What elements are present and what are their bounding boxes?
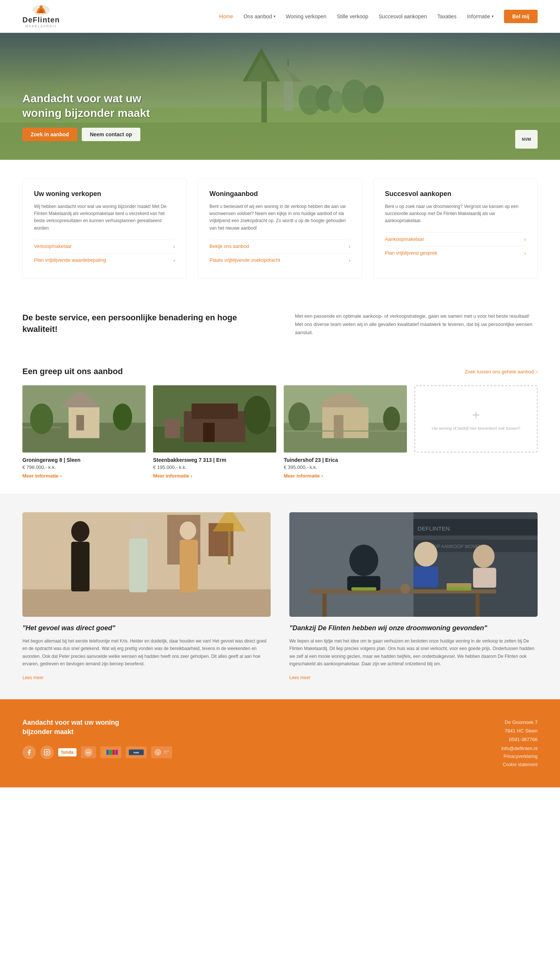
arrow-right-icon-4: ›	[349, 257, 350, 263]
site-header: DeFlinten MAKELAARDIJ Home Ons aanbod ▾ …	[0, 0, 560, 33]
listing-placeholder: + Uw woning of bedrijf hier binnenkort o…	[414, 385, 537, 453]
vastgoedcert-badge: ★ vastgoed gecert.	[151, 746, 172, 758]
color-cert-badge	[101, 746, 121, 758]
svg-point-49	[179, 521, 196, 540]
svg-rect-34	[334, 415, 343, 438]
about-heading: De beste service, een persoonlijke benad…	[23, 312, 265, 335]
svg-rect-19	[76, 415, 84, 430]
placeholder-text: Uw woning of bedrijf hier binnenkort ook…	[428, 426, 524, 430]
svg-point-63	[350, 545, 379, 576]
svg-point-1	[39, 6, 42, 8]
facebook-icon[interactable]	[23, 746, 36, 759]
svg-point-22	[30, 404, 54, 435]
logo-subtitle: MAKELAARDIJ	[25, 24, 57, 28]
footer-cookie-link[interactable]: Cookie statement	[501, 761, 537, 769]
about-section: De beste service, een persoonlijke benad…	[0, 297, 560, 352]
arrow-right-icon-6: ›	[524, 250, 526, 256]
service-link-gesprek[interactable]: Plan vrijblijvend gesprek ›	[385, 246, 526, 260]
bel-mij-button[interactable]: Bel mij	[504, 10, 537, 23]
plus-icon: +	[472, 407, 480, 423]
nav-informatie[interactable]: Informatie ▾	[467, 13, 493, 20]
footer-privacy-link[interactable]: Privacyverklaring	[501, 753, 537, 761]
svg-point-74	[46, 751, 48, 754]
nvm-cert-badge: NVM	[81, 746, 96, 758]
svg-rect-66	[413, 567, 439, 587]
svg-rect-73	[44, 749, 50, 755]
listing-image-3	[284, 385, 407, 453]
listing-card-1[interactable]: Groningerweg 8 | Sleen € 798.000,- k.k. …	[23, 385, 146, 479]
logo-name: DeFlinten	[23, 16, 60, 24]
footer-social: funda NVM NWWI	[23, 746, 172, 759]
svg-text:gecert.: gecert.	[163, 752, 167, 754]
listings-grid: Groningerweg 8 | Sleen € 798.000,- k.k. …	[23, 385, 537, 479]
listing-more-3[interactable]: Meer informatie ›	[284, 473, 407, 479]
arrow-icon: ›	[60, 473, 62, 479]
testimonial-quote-2: "Dankzij De Flinten hebben wij onze droo…	[289, 624, 537, 632]
svg-rect-82	[116, 750, 118, 754]
service-link-aankoopmakelaar[interactable]: Aankoopmakelaar ›	[385, 232, 526, 246]
nav-stille[interactable]: Stille verkoop	[337, 13, 368, 20]
testimonial-readmore-2[interactable]: Lees meer	[289, 675, 311, 680]
svg-rect-72	[446, 587, 472, 591]
about-text: Met een passende en optimale aankoop- of…	[295, 312, 537, 337]
nav-home[interactable]: Home	[219, 13, 233, 20]
listing-placeholder-card[interactable]: + Uw woning of bedrijf hier binnenkort o…	[414, 385, 537, 479]
footer-phone: 0591-367766	[501, 735, 537, 744]
testimonial-text-1: Het begon allemaal bij het eerste telefo…	[23, 637, 271, 668]
neem-contact-button[interactable]: Neem contact op	[82, 128, 140, 141]
listing-more-2[interactable]: Meer informatie ›	[153, 473, 276, 479]
nav-taxaties[interactable]: Taxaties	[437, 13, 456, 20]
testimonial-readmore-1[interactable]: Lees meer	[23, 675, 44, 680]
listing-card-3[interactable]: Tuindershof 23 | Erica € 395.000,- k.k. …	[284, 385, 407, 479]
testimonials-section: "Het gevoel was direct goed" Het begon a…	[0, 493, 560, 699]
service-link-verkoopmakelaar[interactable]: Verkoopmakelaar ›	[34, 239, 175, 253]
service-link-bekijk[interactable]: Bekijk ons aanbod ›	[210, 239, 350, 253]
svg-rect-41	[23, 589, 271, 617]
testimonial-image-2: DEFLINTEN VERKOOP AANKOOP WONEN	[289, 512, 537, 617]
svg-rect-33	[322, 407, 368, 438]
svg-rect-81	[112, 750, 115, 754]
svg-rect-28	[203, 423, 215, 442]
chevron-down-icon-2: ▾	[492, 14, 493, 18]
footer-email: info@deflinten.nl	[501, 744, 537, 753]
testimonial-1: "Het gevoel was direct goed" Het begon a…	[23, 512, 271, 681]
svg-rect-79	[106, 750, 109, 754]
funda-badge[interactable]: funda	[58, 748, 77, 756]
listings-title: Een greep uit ons aanbod	[23, 366, 123, 376]
logo[interactable]: DeFlinten MAKELAARDIJ	[23, 5, 60, 28]
svg-point-36	[288, 402, 310, 432]
testimonial-image-1	[23, 512, 271, 617]
listing-card-2[interactable]: Steenbakkersweg 7 313 | Erm € 195.000,- …	[153, 385, 276, 479]
footer-city: 7841 HC Sleen	[501, 726, 537, 735]
svg-rect-68	[473, 568, 496, 588]
service-desc-aanbod: Bent u benieuwd of wij een woning in de …	[210, 203, 350, 232]
nav-aanbod[interactable]: Ons aanbod ▾	[243, 13, 275, 20]
about-description: Met een passende en optimale aankoop- of…	[295, 312, 537, 337]
svg-text:NVM: NVM	[86, 752, 90, 754]
arrow-icon-3: ›	[321, 473, 323, 479]
instagram-icon[interactable]	[40, 746, 54, 759]
listing-image-1	[23, 385, 146, 453]
service-desc-aankopen: Bent u op zoek naar uw droomwoning? Verg…	[385, 203, 526, 225]
service-card-verkopen: Uw woning verkopen Wij hebben aandacht v…	[23, 179, 187, 278]
service-link-zoekopdracht[interactable]: Plaats vrijblijvende zoekopdracht ›	[210, 253, 350, 267]
arrow-right-icon-7: ›	[536, 369, 537, 375]
view-all-link[interactable]: Zoek tussen ons gehele aanbod ›	[465, 369, 537, 375]
service-link-waardebepaling[interactable]: Plan vrijblijvende waardebepaling ›	[34, 253, 175, 267]
listing-price-1: € 798.000,- k.k.	[23, 464, 146, 470]
service-title-aankopen: Succesvol aankopen	[385, 190, 526, 198]
svg-rect-61	[322, 594, 327, 617]
service-desc-verkopen: Wij hebben aandacht voor wat uw woning b…	[34, 203, 175, 232]
svg-point-47	[130, 520, 147, 538]
svg-rect-8	[284, 81, 293, 111]
nav-aankopen[interactable]: Succesvol aankopen	[379, 13, 427, 20]
testimonial-text-2: We liepen al een tijdje met het idee om …	[289, 637, 537, 668]
svg-rect-5	[261, 78, 267, 122]
site-footer: Aandacht voor wat uw woning bijzonder ma…	[0, 699, 560, 788]
svg-point-37	[383, 407, 400, 431]
listing-more-1[interactable]: Meer informatie ›	[23, 473, 146, 479]
nav-verkopen[interactable]: Woning verkopen	[286, 13, 327, 20]
svg-text:vastgoed: vastgoed	[163, 751, 169, 752]
search-aanbod-button[interactable]: Zoek in aanbod	[23, 128, 77, 141]
testimonial-quote-1: "Het gevoel was direct goed"	[23, 624, 271, 632]
